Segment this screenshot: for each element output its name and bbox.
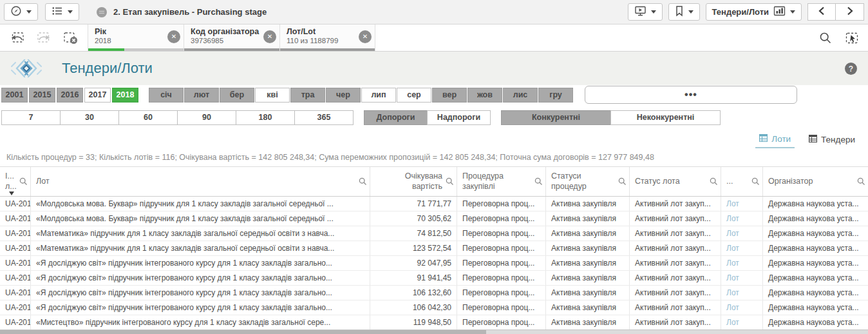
column-header-lot[interactable]: Лот xyxy=(31,167,370,196)
column-header-id[interactable]: І... л... xyxy=(0,167,31,196)
cell-procedure[interactable]: Переговорна проц... xyxy=(457,286,546,300)
help-icon[interactable]: ? xyxy=(844,62,858,75)
cell-lot-status[interactable]: Активний лот закуп... xyxy=(630,211,721,226)
filter-days-30[interactable]: 30 xyxy=(60,110,119,125)
cell-expected-value[interactable]: 92 047,95 xyxy=(370,256,457,270)
cell-lot-link[interactable]: Лот xyxy=(721,315,763,329)
cell-procedure-status[interactable]: Активна закупівля xyxy=(546,286,630,300)
column-header-procedure-status[interactable]: Статуси процедур xyxy=(546,167,630,196)
cell-id[interactable]: UA-201... xyxy=(0,286,31,300)
cell-procedure-status[interactable]: Активна закупівля xyxy=(546,211,630,226)
filter-year-2016[interactable]: 2016 xyxy=(57,88,83,103)
clear-selection-button[interactable]: ✕ xyxy=(263,30,276,43)
cell-lot-status[interactable]: Активний лот закуп... xyxy=(630,300,721,315)
filter-year-2017[interactable]: 2017 xyxy=(84,88,111,103)
cell-id[interactable]: UA-201... xyxy=(0,271,31,285)
storytelling-button[interactable] xyxy=(628,3,663,21)
scrollbar-thumb[interactable] xyxy=(0,330,486,334)
cell-lot[interactable]: «Математика» підручник для 1 класу закла… xyxy=(31,226,370,241)
cell-organizer[interactable]: Державна наукова уста... xyxy=(763,271,868,285)
cell-procedure-status[interactable]: Активна закупівля xyxy=(546,300,630,315)
cell-procedure-status[interactable]: Активна закупівля xyxy=(546,256,630,270)
filter-days-7[interactable]: 7 xyxy=(1,110,61,125)
filter-month-чер[interactable]: чер xyxy=(326,88,361,103)
cell-lot-status[interactable]: Активний лот закуп... xyxy=(630,256,721,270)
cell-lot[interactable]: «Я досліджую світ» підручник інтегровано… xyxy=(31,256,370,270)
cell-lot-link[interactable]: Лот xyxy=(721,286,763,300)
filter-days-90[interactable]: 90 xyxy=(177,110,236,125)
cell-organizer[interactable]: Державна наукова уста... xyxy=(763,211,868,226)
column-header-procedure[interactable]: Процедура закупівлі xyxy=(457,167,546,196)
cell-procedure-status[interactable]: Активна закупівля xyxy=(546,271,630,285)
tab-tenders[interactable]: Тендери xyxy=(805,133,859,148)
cell-procedure-status[interactable]: Активна закупівля xyxy=(546,241,630,255)
column-search-icon[interactable] xyxy=(857,177,865,186)
cell-procedure-status[interactable]: Активна закупівля xyxy=(546,315,630,329)
cell-id[interactable]: UA-201... xyxy=(0,226,31,241)
horizontal-scrollbar[interactable] xyxy=(0,329,868,334)
app-options-button[interactable] xyxy=(45,3,79,21)
filter-competitive-Конкурентні[interactable]: Конкурентні xyxy=(501,110,611,125)
cell-expected-value[interactable]: 123 572,54 xyxy=(370,241,457,255)
cell-id[interactable]: UA-201... xyxy=(0,241,31,255)
filter-threshold-Допороги[interactable]: Допороги xyxy=(364,110,428,125)
clear-all-selections-icon[interactable] xyxy=(62,31,78,44)
cell-organizer[interactable]: Державна наукова уста... xyxy=(763,226,868,241)
filter-month-кві[interactable]: кві xyxy=(255,88,290,103)
cell-lot[interactable]: «Я досліджую світ» підручник інтегровано… xyxy=(31,286,370,300)
cell-organizer[interactable]: Державна наукова уста... xyxy=(763,241,868,255)
cell-expected-value[interactable]: 74 812,50 xyxy=(370,226,457,241)
cell-procedure[interactable]: Переговорна проц... xyxy=(457,241,546,255)
cell-procedure[interactable]: Переговорна проц... xyxy=(457,197,546,211)
selection-chip[interactable]: Код організатора39736985✕ xyxy=(184,25,279,51)
cell-id[interactable]: UA-201... xyxy=(0,256,31,270)
column-search-icon[interactable] xyxy=(359,177,367,186)
cell-lot-link[interactable]: Лот xyxy=(721,256,763,270)
cell-lot-status[interactable]: Активний лот закуп... xyxy=(630,226,721,241)
sheet-selector-button[interactable]: Тендери/Лоти xyxy=(706,3,802,21)
more-filters-button[interactable]: ••• xyxy=(585,86,797,104)
column-search-icon[interactable] xyxy=(446,177,454,186)
cell-procedure[interactable]: Переговорна проц... xyxy=(457,226,546,241)
cell-id[interactable]: UA-201... xyxy=(0,300,31,315)
cell-organizer[interactable]: Державна наукова уста... xyxy=(763,256,868,270)
filter-year-2018[interactable]: 2018 xyxy=(112,88,138,103)
filter-month-січ[interactable]: січ xyxy=(149,88,184,103)
cell-organizer[interactable]: Державна наукова уста... xyxy=(763,286,868,300)
cell-organizer[interactable]: Державна наукова уста... xyxy=(763,197,868,211)
smart-search-icon[interactable] xyxy=(819,32,832,44)
filter-year-2015[interactable]: 2015 xyxy=(29,88,55,103)
cell-procedure[interactable]: Переговорна проц... xyxy=(457,315,546,329)
cell-lot[interactable]: «Математика» підручник для 1 класу закла… xyxy=(31,241,370,255)
column-search-icon[interactable] xyxy=(710,177,718,186)
filter-year-2001[interactable]: 2001 xyxy=(1,88,28,103)
cell-lot-link[interactable]: Лот xyxy=(721,211,763,226)
filter-month-гру[interactable]: гру xyxy=(538,88,573,103)
tab-lots[interactable]: Лоти xyxy=(755,133,795,148)
cell-lot-status[interactable]: Активний лот закуп... xyxy=(630,286,721,300)
filter-month-сер[interactable]: сер xyxy=(397,88,431,103)
cell-procedure-status[interactable]: Активна закупівля xyxy=(546,197,630,211)
cell-lot[interactable]: «Я досліджую світ» підручник інтегровано… xyxy=(31,271,370,285)
cell-expected-value[interactable]: 91 941,45 xyxy=(370,271,457,285)
column-search-icon[interactable] xyxy=(19,177,28,186)
clear-selection-button[interactable]: ✕ xyxy=(167,30,180,43)
cell-id[interactable]: UA-201... xyxy=(0,315,31,329)
cell-expected-value[interactable]: 70 305,62 xyxy=(370,211,457,226)
selection-chip[interactable]: Лот/Lot110 из 1188799✕ xyxy=(279,25,375,51)
global-menu-button[interactable] xyxy=(4,3,38,21)
filter-month-жов[interactable]: жов xyxy=(467,88,502,103)
column-search-icon[interactable] xyxy=(751,177,760,186)
cell-organizer[interactable]: Державна наукова уста... xyxy=(763,315,868,329)
filter-threshold-Надпороги[interactable]: Надпороги xyxy=(427,110,491,125)
filter-month-лип[interactable]: лип xyxy=(361,88,396,103)
cell-lot-link[interactable]: Лот xyxy=(721,197,763,211)
column-header-expected-value[interactable]: Очікувана вартість xyxy=(370,167,457,196)
next-sheet-button[interactable] xyxy=(836,3,864,21)
cell-lot[interactable]: «Мистецтво» підручник інтегрованого курс… xyxy=(31,315,370,329)
cell-procedure[interactable]: Переговорна проц... xyxy=(457,271,546,285)
cell-lot-link[interactable]: Лот xyxy=(721,271,763,285)
bookmarks-button[interactable] xyxy=(668,3,700,21)
cell-expected-value[interactable]: 71 771,77 xyxy=(370,197,457,211)
filter-days-365[interactable]: 365 xyxy=(294,110,354,125)
